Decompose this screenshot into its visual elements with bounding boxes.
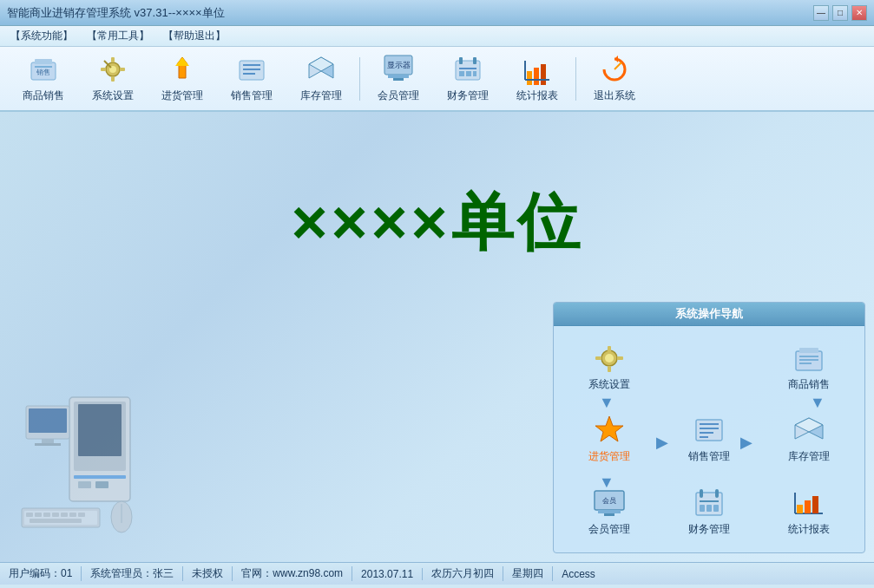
nav-purchase-icon — [592, 415, 627, 446]
toolbar-report[interactable]: 统计报表 — [503, 50, 572, 107]
svg-rect-50 — [35, 443, 61, 446]
nav-inventory-label: 库存管理 — [788, 449, 830, 464]
finance-icon — [452, 54, 483, 85]
computer-illustration — [17, 380, 208, 553]
svg-rect-98 — [812, 496, 818, 513]
nav-report[interactable]: 统计报表 — [761, 478, 858, 546]
minimize-button[interactable]: — — [813, 5, 829, 21]
nav-report-icon — [792, 487, 826, 519]
svg-rect-1 — [35, 59, 52, 64]
svg-rect-60 — [30, 519, 82, 523]
nav-shopping-label: 商品销售 — [788, 377, 830, 392]
nav-grid: 系统设置 商品销售 — [554, 326, 864, 553]
svg-text:销售: 销售 — [36, 69, 50, 76]
toolbar-inventory[interactable]: 库存管理 — [286, 50, 356, 107]
toolbar-settings[interactable]: 系统设置 — [78, 50, 148, 107]
nav-inventory[interactable]: 库存管理 — [761, 405, 858, 474]
svg-rect-96 — [797, 505, 803, 513]
svg-point-64 — [605, 354, 614, 363]
status-user-name: 系统管理员：张三 — [82, 566, 183, 581]
svg-rect-35 — [534, 68, 539, 78]
svg-marker-39 — [614, 56, 618, 62]
menu-help[interactable]: 【帮助退出】 — [156, 27, 233, 45]
svg-line-40 — [614, 62, 621, 69]
svg-rect-25 — [459, 57, 463, 64]
svg-rect-79 — [700, 436, 708, 438]
toolbar-purchase[interactable]: 进货管理 — [148, 50, 217, 107]
svg-rect-16 — [243, 73, 255, 75]
menu-tools[interactable]: 【常用工具】 — [80, 27, 156, 45]
toolbar-exit[interactable]: 退出系统 — [580, 50, 649, 107]
svg-rect-92 — [706, 505, 712, 512]
toolbar-finance[interactable]: 财务管理 — [433, 50, 503, 107]
toolbar-shopping[interactable]: 销售 商品销售 — [9, 50, 78, 107]
svg-rect-45 — [78, 481, 91, 488]
svg-text:会员: 会员 — [602, 497, 616, 505]
toolbar: 销售 商品销售 系统设置 — [0, 47, 874, 112]
app-title: 智能商业进销存管理系统 v37.31--××××单位 — [7, 5, 225, 21]
svg-rect-54 — [35, 513, 42, 517]
nav-settings-label: 系统设置 — [588, 377, 630, 392]
svg-rect-48 — [29, 408, 67, 433]
nav-panel: 系统操作导航 系统设置 — [553, 302, 865, 553]
report-icon — [522, 54, 553, 85]
toolbar-member[interactable]: 显示器 会员管理 — [364, 50, 433, 107]
arrow-right-1: ▶ — [656, 433, 668, 452]
svg-rect-43 — [78, 404, 122, 456]
svg-rect-3 — [35, 66, 52, 68]
nav-member-icon: 会员 — [592, 487, 627, 519]
nav-member-label: 会员管理 — [588, 522, 630, 537]
toolbar-member-label: 会员管理 — [378, 88, 419, 103]
toolbar-sales[interactable]: 销售管理 — [217, 50, 286, 107]
maximize-button[interactable]: □ — [832, 5, 848, 21]
main-area: ××××单位 — [0, 112, 874, 562]
svg-rect-26 — [473, 57, 476, 64]
nav-finance[interactable]: 财务管理 — [660, 478, 757, 546]
toolbar-separator2 — [575, 57, 576, 101]
svg-rect-49 — [42, 439, 54, 443]
svg-rect-55 — [43, 513, 50, 517]
svg-rect-14 — [243, 64, 260, 66]
svg-marker-12 — [175, 57, 189, 66]
svg-rect-68 — [617, 356, 623, 360]
status-weekday: 星期四 — [503, 566, 553, 581]
toolbar-separator — [359, 57, 360, 101]
svg-rect-15 — [243, 69, 260, 70]
svg-rect-53 — [26, 513, 33, 517]
svg-rect-97 — [805, 500, 811, 513]
company-title: ××××单位 — [0, 181, 874, 265]
nav-purchase-label: 进货管理 — [588, 449, 630, 464]
nav-shopping[interactable]: 商品销售 — [761, 333, 858, 402]
nav-shopping-icon — [792, 343, 826, 374]
status-db: Access — [553, 568, 604, 580]
svg-rect-9 — [120, 68, 125, 71]
svg-rect-30 — [473, 71, 476, 76]
svg-rect-57 — [61, 513, 68, 517]
close-button[interactable]: ✕ — [851, 5, 867, 21]
nav-sales-icon — [692, 415, 726, 446]
svg-rect-29 — [466, 71, 471, 76]
toolbar-sales-label: 销售管理 — [231, 88, 273, 103]
nav-purchase[interactable]: 进货管理 — [561, 405, 657, 474]
svg-rect-71 — [799, 356, 818, 357]
svg-rect-66 — [608, 366, 611, 372]
svg-rect-44 — [74, 475, 126, 479]
exit-icon — [599, 54, 630, 85]
nav-inventory-icon — [792, 415, 826, 446]
menu-system[interactable]: 【系统功能】 — [3, 27, 80, 45]
member-icon: 显示器 — [383, 54, 414, 85]
nav-settings[interactable]: 系统设置 — [561, 333, 657, 402]
menubar: 【系统功能】 【常用工具】 【帮助退出】 — [0, 26, 874, 47]
nav-report-label: 统计报表 — [788, 522, 830, 537]
svg-rect-89 — [715, 489, 719, 498]
svg-rect-6 — [111, 57, 115, 62]
arrow-down-2: ▼ — [599, 474, 614, 492]
svg-rect-28 — [459, 71, 464, 76]
titlebar: 智能商业进销存管理系统 v37.31--××××单位 — □ ✕ — [0, 0, 874, 26]
svg-rect-34 — [527, 71, 532, 78]
nav-sales-label: 销售管理 — [688, 449, 730, 464]
svg-rect-85 — [604, 513, 614, 516]
toolbar-settings-label: 系统设置 — [92, 88, 134, 103]
inventory-icon — [306, 54, 337, 85]
svg-marker-74 — [595, 416, 623, 441]
